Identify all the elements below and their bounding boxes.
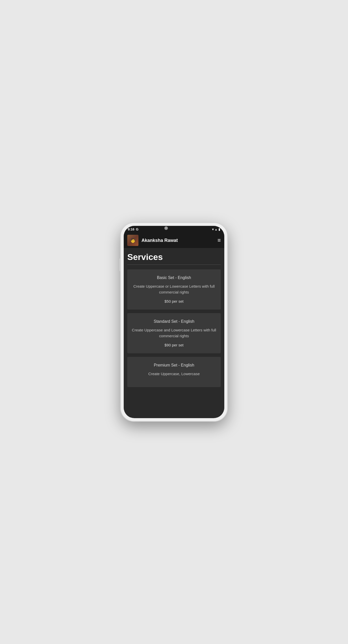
service-price-standard: $90 per set	[132, 343, 216, 347]
avatar-image: 🧑	[127, 235, 138, 246]
phone-frame: 9:16 G ▾ ▲ ▮ 🧑 Akanksha Rawat ≡ Services…	[121, 223, 227, 421]
main-content: Services Basic Set - English Create Uppe…	[124, 248, 224, 417]
nav-username: Akanksha Rawat	[141, 238, 214, 243]
avatar: 🧑	[127, 235, 138, 246]
status-left: 9:16 G	[128, 227, 138, 231]
page-title: Services	[127, 252, 221, 262]
service-title-standard: Standard Set - English	[132, 319, 216, 324]
title-divider	[127, 265, 221, 265]
service-description-standard: Create Uppercase and Lowercase Letters w…	[132, 327, 216, 339]
status-bar: 9:16 G ▾ ▲ ▮	[124, 226, 224, 233]
service-card-standard[interactable]: Standard Set - English Create Uppercase …	[127, 313, 221, 353]
wifi-icon: ▾	[212, 228, 214, 231]
status-time: 9:16	[128, 227, 134, 231]
hamburger-menu-icon[interactable]: ≡	[217, 238, 221, 243]
phone-screen: 9:16 G ▾ ▲ ▮ 🧑 Akanksha Rawat ≡ Services…	[124, 226, 224, 418]
service-description-premium: Create Uppercase, Lowercase	[132, 371, 216, 377]
camera	[164, 226, 168, 230]
battery-icon: ▮	[218, 228, 220, 231]
service-card-basic[interactable]: Basic Set - English Create Uppercase or …	[127, 269, 221, 310]
service-price-basic: $50 per set	[132, 299, 216, 303]
service-card-premium[interactable]: Premium Set - English Create Uppercase, …	[127, 357, 221, 387]
status-right: ▾ ▲ ▮	[212, 228, 220, 231]
status-carrier: G	[136, 227, 138, 231]
service-description-basic: Create Uppercase or Lowercase Letters wi…	[132, 284, 216, 295]
signal-icon: ▲	[215, 228, 217, 231]
service-title-premium: Premium Set - English	[132, 363, 216, 368]
service-title-basic: Basic Set - English	[132, 275, 216, 280]
nav-bar: 🧑 Akanksha Rawat ≡	[124, 233, 224, 248]
